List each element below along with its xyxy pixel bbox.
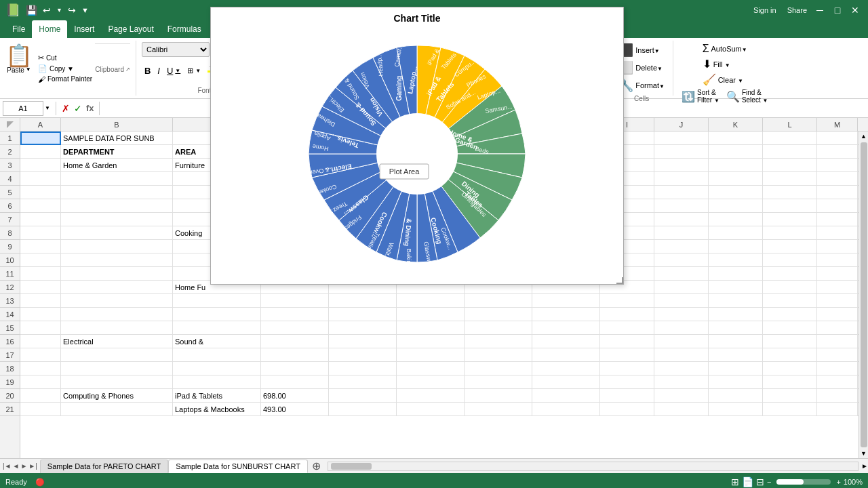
cell-extra-12[interactable] — [858, 281, 859, 294]
cell-C15[interactable] — [173, 321, 261, 335]
col-header-a[interactable]: A — [20, 118, 61, 131]
cell-L3[interactable] — [763, 159, 817, 172]
tab-page-layout[interactable]: Page Layout — [101, 20, 160, 38]
zoom-in-icon[interactable]: + — [836, 478, 840, 486]
cell-K12[interactable] — [709, 281, 763, 294]
zoom-out-icon[interactable]: − — [767, 478, 771, 486]
cell-D20[interactable]: 698.00 — [261, 389, 329, 403]
cell-H15[interactable] — [532, 321, 600, 335]
cell-L17[interactable] — [763, 348, 817, 362]
cell-J17[interactable] — [654, 348, 709, 362]
cell-A4[interactable] — [20, 172, 61, 186]
h-scroll-thumb[interactable] — [331, 463, 372, 470]
row-number-2[interactable]: 2 — [0, 145, 20, 159]
cell-M1[interactable] — [817, 131, 858, 145]
cell-M5[interactable] — [817, 186, 858, 199]
signin-button[interactable]: Sign in — [753, 6, 776, 14]
cell-L14[interactable] — [763, 308, 817, 321]
row-number-1[interactable]: 1 — [0, 131, 20, 145]
cell-L18[interactable] — [763, 362, 817, 375]
cell-M6[interactable] — [817, 199, 858, 213]
cell-A17[interactable] — [20, 348, 61, 362]
cell-C18[interactable] — [173, 362, 261, 375]
cell-K2[interactable] — [709, 145, 763, 159]
cell-L4[interactable] — [763, 172, 817, 186]
cell-K15[interactable] — [709, 321, 763, 335]
chart-resize-handle[interactable] — [616, 277, 623, 284]
scroll-right[interactable]: ► — [861, 462, 868, 470]
row-number-12[interactable]: 12 — [0, 281, 20, 294]
cell-L7[interactable] — [763, 213, 817, 226]
cell-K18[interactable] — [709, 362, 763, 375]
cell-C13[interactable] — [173, 294, 261, 308]
cell-I15[interactable] — [600, 321, 654, 335]
cell-B18[interactable] — [61, 362, 173, 375]
zoom-slider[interactable] — [776, 479, 831, 485]
paste-dropdown[interactable]: ▼ — [26, 66, 31, 74]
cell-D17[interactable] — [261, 348, 329, 362]
cell-H21[interactable] — [532, 403, 600, 416]
cell-B6[interactable] — [61, 199, 173, 213]
cell-K13[interactable] — [709, 294, 763, 308]
cell-extra-19[interactable] — [858, 375, 859, 389]
cell-I20[interactable] — [600, 389, 654, 403]
cell-K10[interactable] — [709, 253, 763, 267]
cell-M3[interactable] — [817, 159, 858, 172]
font-family-select[interactable]: Calibri — [142, 42, 210, 57]
cell-ref-dropdown[interactable]: ▼ — [45, 105, 50, 111]
cell-M8[interactable] — [817, 226, 858, 240]
cell-E16[interactable] — [329, 335, 397, 348]
cell-extra-21[interactable] — [858, 403, 859, 416]
sheet-nav-first[interactable]: |◄ — [3, 462, 12, 470]
cell-D16[interactable] — [261, 335, 329, 348]
function-icon[interactable]: fx — [86, 103, 94, 113]
cell-J4[interactable] — [654, 172, 709, 186]
cell-extra-20[interactable] — [858, 389, 859, 403]
cell-L13[interactable] — [763, 294, 817, 308]
cell-L11[interactable] — [763, 267, 817, 281]
cell-E13[interactable] — [329, 294, 397, 308]
row-number-9[interactable]: 9 — [0, 240, 20, 253]
cell-B3[interactable]: Home & Garden — [61, 159, 173, 172]
chart-svg-area[interactable]: Sofas and... Beds Dining Tables Cookw...… — [211, 29, 623, 279]
cell-extra-9[interactable] — [858, 240, 859, 253]
cell-B1[interactable]: SAMPLE DATA FOR SUNB — [61, 131, 173, 145]
cell-M7[interactable] — [817, 213, 858, 226]
vertical-scrollbar[interactable]: ▲ ▼ — [859, 131, 868, 458]
find-select-button[interactable]: 🔍 Find &Select ▼ — [724, 88, 771, 104]
row-number-4[interactable]: 4 — [0, 172, 20, 186]
cell-M9[interactable] — [817, 240, 858, 253]
minimize-button[interactable]: ─ — [812, 3, 827, 18]
sort-filter-button[interactable]: 🔃 Sort &Filter ▼ — [679, 88, 722, 104]
cell-A11[interactable] — [20, 267, 61, 281]
cell-I17[interactable] — [600, 348, 654, 362]
cell-K11[interactable] — [709, 267, 763, 281]
cell-B7[interactable] — [61, 213, 173, 226]
cell-J10[interactable] — [654, 253, 709, 267]
cell-K19[interactable] — [709, 375, 763, 389]
cell-K4[interactable] — [709, 172, 763, 186]
cell-F21[interactable] — [397, 403, 465, 416]
cell-G16[interactable] — [465, 335, 532, 348]
cell-H16[interactable] — [532, 335, 600, 348]
sheet-tab-sunburst[interactable]: Sample Data for SUNBURST CHART — [168, 460, 308, 473]
cell-B11[interactable] — [61, 267, 173, 281]
borders-button[interactable]: ⊞ ▼ — [184, 66, 203, 76]
bold-button[interactable]: B — [142, 65, 153, 77]
undo-icon[interactable]: ↩ — [43, 5, 51, 16]
cell-F19[interactable] — [397, 375, 465, 389]
customize-icon[interactable]: ▼ — [81, 6, 89, 14]
cell-H14[interactable] — [532, 308, 600, 321]
cell-G19[interactable] — [465, 375, 532, 389]
cell-A18[interactable] — [20, 362, 61, 375]
cell-extra-14[interactable] — [858, 308, 859, 321]
cell-J12[interactable] — [654, 281, 709, 294]
cell-M20[interactable] — [817, 389, 858, 403]
cell-C16[interactable]: Sound & — [173, 335, 261, 348]
format-painter-button[interactable]: 🖌 Format Painter — [35, 75, 95, 84]
cell-E18[interactable] — [329, 362, 397, 375]
cell-extra-18[interactable] — [858, 362, 859, 375]
cell-extra-6[interactable] — [858, 199, 859, 213]
cell-A15[interactable] — [20, 321, 61, 335]
underline-button[interactable]: U ▼ — [164, 65, 183, 77]
